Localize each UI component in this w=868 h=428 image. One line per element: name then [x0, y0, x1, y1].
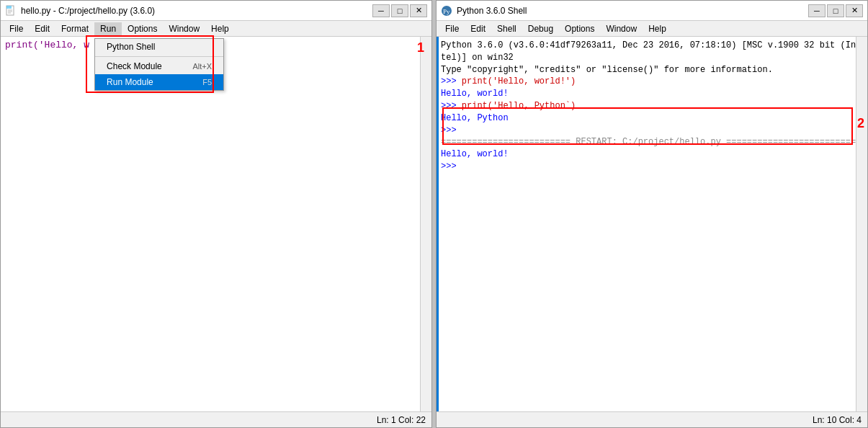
right-window-controls: ─ □ ✕ — [808, 4, 863, 17]
check-module-shortcut: Alt+X — [192, 62, 212, 71]
run-module-shortcut: F5 — [202, 78, 212, 86]
left-title-bar: hello.py - C:/project/hello.py (3.6.0) ─… — [1, 1, 431, 21]
shell-line-1: Python 3.6.0 (v3.6.0:41df79263a11, Dec 2… — [441, 40, 863, 52]
python-shell-item[interactable]: Python Shell — [95, 39, 223, 55]
check-module-item[interactable]: Check Module Alt+X — [95, 58, 223, 74]
left-window-controls: ─ □ ✕ — [372, 4, 427, 17]
python-shell-label: Python Shell — [107, 42, 155, 52]
run-module-label: Run Module — [107, 77, 153, 87]
python-icon: Py — [441, 5, 452, 17]
shell-left-indicator — [437, 37, 439, 411]
check-module-label: Check Module — [107, 61, 162, 71]
left-scrollbar[interactable] — [420, 37, 431, 411]
shell-line-4: >>> print('Hello, world!') — [441, 76, 863, 88]
left-window: hello.py - C:/project/hello.py (3.6.0) ─… — [0, 0, 432, 428]
left-status-bar: Ln: 1 Col: 22 — [1, 411, 431, 427]
right-title-bar: Py Python 3.6.0 Shell ─ □ ✕ — [437, 1, 867, 21]
menu-run[interactable]: Run Python Shell Check Module Alt+X Run … — [94, 22, 122, 35]
right-shell[interactable]: Python 3.6.0 (v3.6.0:41df79263a11, Dec 2… — [437, 37, 867, 411]
shell-line-6: >>> print('Hello, Python`) — [441, 100, 863, 112]
menu-format[interactable]: Format — [55, 22, 94, 35]
left-editor[interactable]: print('Hello, w — [1, 37, 431, 411]
right-menu-debug[interactable]: Debug — [522, 22, 559, 35]
shell-line-9: Hello, world! — [441, 148, 863, 161]
shell-line-2: tel)] on win32 — [441, 52, 863, 64]
right-minimize-button[interactable]: ─ — [808, 4, 826, 17]
right-status-text: Ln: 10 Col: 4 — [813, 415, 862, 425]
left-title-text: hello.py - C:/project/hello.py (3.6.0) — [21, 6, 155, 16]
run-dropdown: Python Shell Check Module Alt+X Run Modu… — [94, 38, 224, 91]
editor-line1: print('Hello, w — [5, 40, 89, 50]
shell-line-3: Type "copyright", "credits" or "license(… — [441, 64, 863, 76]
left-menu-bar: File Edit Format Run Python Shell Check … — [1, 21, 431, 37]
right-menu-help[interactable]: Help — [643, 22, 672, 35]
svg-text:Py: Py — [443, 8, 450, 15]
shell-line-8: >>> — [441, 125, 863, 137]
shell-line-10: >>> — [441, 161, 863, 173]
right-window: Py Python 3.6.0 Shell ─ □ ✕ File Edit Sh… — [436, 0, 868, 428]
annotation-1: 1 — [417, 40, 424, 55]
right-menu-options[interactable]: Options — [559, 22, 600, 35]
annotation-2: 2 — [857, 116, 864, 131]
menu-help[interactable]: Help — [205, 22, 235, 35]
shell-line-7: Hello, Python — [441, 112, 863, 125]
menu-edit[interactable]: Edit — [29, 22, 55, 35]
svg-rect-1 — [6, 6, 12, 9]
maximize-button[interactable]: □ — [391, 4, 408, 17]
right-menu-shell[interactable]: Shell — [491, 22, 522, 35]
right-status-bar: Ln: 10 Col: 4 — [437, 411, 867, 427]
left-status-text: Ln: 1 Col: 22 — [377, 415, 426, 425]
menu-file[interactable]: File — [4, 22, 29, 35]
shell-line-5: Hello, world! — [441, 88, 863, 100]
right-menu-file[interactable]: File — [439, 22, 465, 35]
menu-options[interactable]: Options — [122, 22, 163, 35]
right-title-text: Python 3.6.0 Shell — [457, 6, 527, 16]
shell-separator: ========================= RESTART: C:/pr… — [441, 136, 863, 148]
minimize-button[interactable]: ─ — [372, 4, 390, 17]
file-icon — [5, 5, 17, 17]
right-menu-window[interactable]: Window — [600, 22, 643, 35]
right-scrollbar[interactable] — [856, 37, 867, 411]
run-module-item[interactable]: Run Module F5 — [95, 74, 223, 90]
menu-window[interactable]: Window — [163, 22, 205, 35]
right-close-button[interactable]: ✕ — [846, 4, 863, 17]
close-button[interactable]: ✕ — [410, 4, 427, 17]
right-maximize-button[interactable]: □ — [827, 4, 844, 17]
right-menu-edit[interactable]: Edit — [465, 22, 491, 35]
right-menu-bar: File Edit Shell Debug Options Window Hel… — [437, 21, 867, 37]
